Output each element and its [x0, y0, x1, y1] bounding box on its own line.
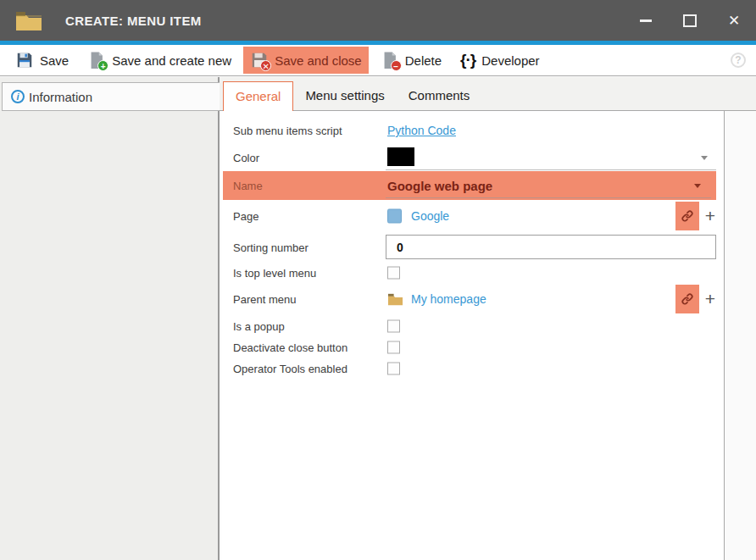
info-icon: i — [11, 90, 25, 103]
color-swatch — [387, 147, 414, 166]
link-chain-button[interactable] — [675, 202, 699, 230]
color-dropdown[interactable] — [386, 146, 716, 170]
field-label: Operator Tools enabled — [233, 363, 347, 375]
dialog-window: CREATE: MENU ITEM ✕ Save — [0, 0, 756, 560]
add-parent-menu-button[interactable]: + — [701, 285, 720, 313]
sidebar-item-label: Information — [29, 90, 92, 104]
maximize-icon — [683, 14, 697, 27]
developer-label: Developer — [481, 53, 539, 68]
tab-comments[interactable]: Comments — [397, 81, 482, 109]
python-code-link[interactable]: Python Code — [387, 124, 456, 137]
field-row-name: Name Google web page — [223, 171, 716, 200]
delete-button[interactable]: − Delete — [374, 47, 448, 74]
operator-tools-enabled-checkbox[interactable] — [387, 363, 400, 375]
link-icon — [681, 292, 694, 306]
field-label: Is a popup — [233, 320, 285, 333]
sidebar-item-information[interactable]: i Information — [2, 82, 225, 111]
window-folder-icon — [13, 8, 47, 33]
plus-badge-icon: + — [97, 60, 108, 71]
field-row-page: Page Google + — [221, 202, 724, 230]
field-row-is-top-level-menu: Is top level menu — [221, 262, 724, 284]
field-row-deactivate-close-button: Deactivate close button — [221, 336, 724, 358]
field-label: Parent menu — [233, 293, 296, 306]
content-area: i Information General Menu settings Comm… — [0, 77, 756, 560]
field-label: Page — [233, 210, 258, 223]
page-reference-link[interactable]: Google — [411, 209, 449, 223]
save-label: Save — [40, 53, 69, 68]
maximize-button[interactable] — [668, 0, 712, 41]
floppy-close-icon: ✕ — [250, 51, 269, 69]
code-braces-icon: {·} — [460, 51, 475, 69]
field-row-color: Color — [221, 145, 724, 170]
add-page-button[interactable]: + — [701, 202, 720, 230]
chevron-down-icon[interactable] — [694, 184, 701, 188]
folder-icon — [387, 292, 403, 306]
window-title: CREATE: MENU ITEM — [65, 14, 202, 28]
field-label: Name — [233, 180, 263, 192]
help-icon[interactable]: ? — [731, 53, 746, 68]
titlebar: CREATE: MENU ITEM ✕ — [0, 0, 756, 41]
is-a-popup-checkbox[interactable] — [387, 320, 400, 333]
document-plus-icon: + — [87, 51, 106, 69]
parent-menu-reference-link[interactable]: My homepage — [411, 292, 486, 306]
window-controls: ✕ — [624, 0, 756, 41]
save-and-create-new-label: Save and create new — [112, 53, 231, 68]
sidebar: i Information — [0, 77, 220, 560]
field-row-parent-menu: Parent menu My homepage — [221, 285, 724, 313]
field-row-operator-tools-enabled: Operator Tools enabled — [221, 358, 724, 380]
save-and-close-label: Save and close — [275, 53, 362, 68]
minus-badge-icon: − — [391, 60, 402, 71]
link-chain-button[interactable] — [675, 285, 699, 313]
developer-button[interactable]: {·} Developer — [453, 47, 547, 74]
link-icon — [681, 209, 694, 223]
field-label: Color — [233, 152, 259, 164]
main-panel: General Menu settings Comments Sub menu … — [220, 77, 756, 560]
sorting-number-input[interactable] — [386, 235, 716, 259]
field-label: Is top level menu — [233, 267, 316, 280]
field-row-is-a-popup: Is a popup — [221, 315, 724, 337]
save-and-close-button[interactable]: ✕ Save and close — [243, 47, 369, 74]
tabbar: General Menu settings Comments — [220, 77, 756, 111]
toolbar: Save + Save and create new ✕ Sa — [0, 45, 756, 76]
field-label: Sorting number — [233, 241, 309, 254]
tab-general[interactable]: General — [223, 81, 293, 111]
close-icon: ✕ — [728, 14, 740, 28]
form-panel: Sub menu items script Python Code Color … — [221, 111, 725, 560]
field-row-sub-menu-items-script: Sub menu items script Python Code — [221, 118, 724, 143]
field-label: Deactivate close button — [233, 341, 347, 354]
minimize-button[interactable] — [624, 0, 668, 41]
save-button[interactable]: Save — [8, 47, 75, 74]
page-icon — [387, 209, 402, 224]
floppy-icon — [15, 51, 34, 69]
minimize-icon — [640, 19, 652, 22]
chevron-down-icon — [701, 156, 708, 160]
document-minus-icon: − — [381, 51, 399, 69]
field-underline — [386, 197, 711, 198]
name-dropdown-value[interactable]: Google web page — [387, 179, 492, 193]
tab-menu-settings[interactable]: Menu settings — [293, 81, 396, 109]
delete-label: Delete — [405, 53, 442, 68]
close-badge-icon: ✕ — [260, 60, 271, 71]
close-button[interactable]: ✕ — [712, 0, 756, 41]
field-row-sorting-number: Sorting number — [221, 235, 724, 260]
deactivate-close-button-checkbox[interactable] — [387, 341, 400, 354]
field-label: Sub menu items script — [233, 125, 342, 137]
is-top-level-menu-checkbox[interactable] — [387, 267, 400, 280]
save-and-create-new-button[interactable]: + Save and create new — [81, 47, 238, 74]
